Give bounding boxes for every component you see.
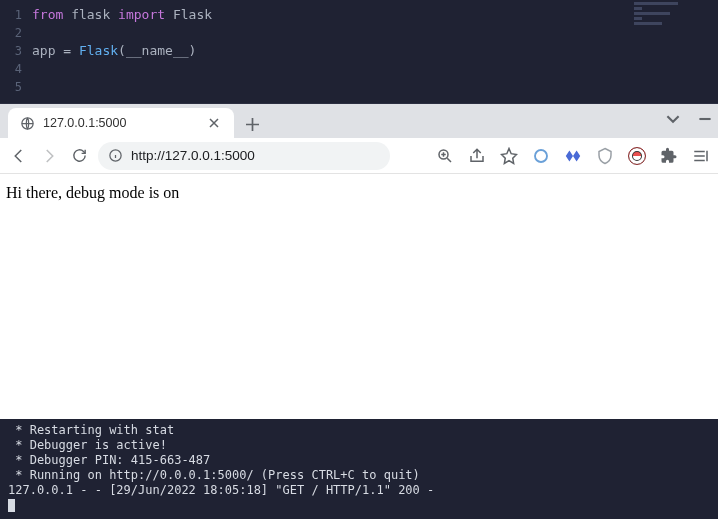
code-line[interactable]: 4 <box>0 60 718 78</box>
line-number: 5 <box>0 78 32 96</box>
line-number: 2 <box>0 24 32 42</box>
terminal-line: 127.0.0.1 - - [29/Jun/2022 18:05:18] "GE… <box>8 483 710 498</box>
page-text: Hi there, debug mode is on <box>6 184 179 201</box>
line-number: 1 <box>0 6 32 24</box>
address-bar[interactable]: http://127.0.0.1:5000 <box>98 142 390 170</box>
browser-window: 127.0.0.1:5000 http://127.0.0.1:5000 <box>0 103 718 419</box>
ext-icon-1[interactable] <box>532 147 550 165</box>
ext-icon-4[interactable] <box>628 147 646 165</box>
star-icon[interactable] <box>500 147 518 165</box>
minimize-button[interactable] <box>698 112 712 126</box>
tab-title: 127.0.0.1:5000 <box>43 116 198 130</box>
terminal[interactable]: * Restarting with stat * Debugger is act… <box>0 419 718 519</box>
line-content[interactable]: app = Flask(__name__) <box>32 42 196 60</box>
page-content: Hi there, debug mode is on <box>0 174 718 419</box>
terminal-line: * Restarting with stat <box>8 423 710 438</box>
extensions-icon[interactable] <box>660 147 678 165</box>
terminal-cursor <box>8 499 15 512</box>
terminal-line: * Debugger is active! <box>8 438 710 453</box>
new-tab-button[interactable] <box>244 116 260 132</box>
terminal-line: * Running on http://0.0.0.1:5000/ (Press… <box>8 468 710 483</box>
svg-point-3 <box>535 150 547 162</box>
back-button[interactable] <box>8 145 30 167</box>
globe-icon <box>20 116 35 131</box>
code-line[interactable]: 3app = Flask(__name__) <box>0 42 718 60</box>
line-number: 3 <box>0 42 32 60</box>
code-line[interactable]: 1from flask import Flask <box>0 6 718 24</box>
reload-button[interactable] <box>68 145 90 167</box>
info-icon <box>108 148 123 163</box>
code-line[interactable]: 5 <box>0 78 718 96</box>
zoom-icon[interactable] <box>436 147 454 165</box>
code-editor[interactable]: 1from flask import Flask23app = Flask(__… <box>0 0 718 103</box>
url-text: http://127.0.0.1:5000 <box>131 148 255 163</box>
minimap[interactable] <box>634 2 714 62</box>
browser-toolbar: http://127.0.0.1:5000 <box>0 138 718 174</box>
share-icon[interactable] <box>468 147 486 165</box>
chevron-down-icon[interactable] <box>666 112 680 126</box>
browser-tab[interactable]: 127.0.0.1:5000 <box>8 108 234 138</box>
tab-strip: 127.0.0.1:5000 <box>0 104 718 138</box>
ext-icon-2[interactable] <box>564 147 582 165</box>
code-line[interactable]: 2 <box>0 24 718 42</box>
line-content[interactable]: from flask import Flask <box>32 6 212 24</box>
close-tab-button[interactable] <box>206 115 222 131</box>
reading-list-icon[interactable] <box>692 147 710 165</box>
line-number: 4 <box>0 60 32 78</box>
ext-icon-3[interactable] <box>596 147 614 165</box>
terminal-line: * Debugger PIN: 415-663-487 <box>8 453 710 468</box>
forward-button[interactable] <box>38 145 60 167</box>
